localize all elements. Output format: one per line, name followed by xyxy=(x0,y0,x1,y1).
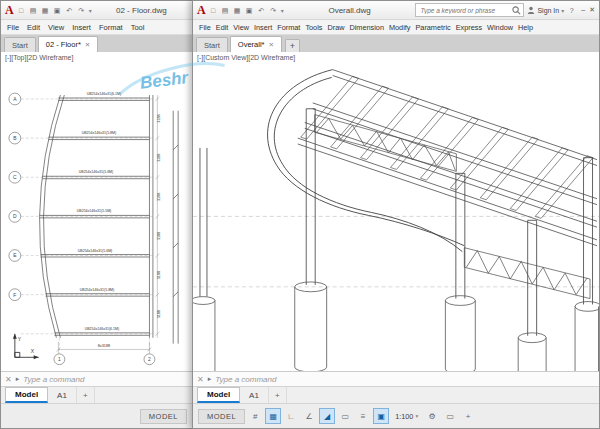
save-icon[interactable]: ▦ xyxy=(41,7,50,14)
polar-tracking-icon[interactable]: ∠ xyxy=(301,408,317,424)
menu-help[interactable]: Help xyxy=(518,23,533,32)
new-file-icon[interactable]: □ xyxy=(17,7,26,14)
open-file-icon[interactable]: ▤ xyxy=(221,7,230,14)
quick-access-caret-icon[interactable]: ▾ xyxy=(281,7,284,14)
command-line[interactable]: ✕ ▸ Type a command xyxy=(193,371,599,386)
menu-view[interactable]: View xyxy=(48,23,64,32)
annotation-scale-dropdown[interactable]: 1:100 ▾ xyxy=(391,412,422,421)
svg-text:1: 1 xyxy=(58,357,61,362)
layout-a1-tab[interactable]: A1 xyxy=(240,387,269,403)
menu-tools[interactable]: Tool xyxy=(131,23,145,32)
new-layout-button[interactable]: + xyxy=(269,387,287,403)
drawing-canvas-overall[interactable]: [-][Custom View][2D Wireframe] xyxy=(193,52,599,371)
bottom-dimension-label: 8x3188 xyxy=(98,344,110,348)
menu-file[interactable]: File xyxy=(7,23,19,32)
clean-screen-icon[interactable]: ▭ xyxy=(442,408,458,424)
undo-icon[interactable]: ↶ xyxy=(257,7,266,14)
isodraft-icon[interactable]: ◢ xyxy=(319,408,335,424)
minimize-icon[interactable]: – xyxy=(581,6,585,14)
close-tab-icon[interactable]: ✕ xyxy=(85,41,90,49)
close-icon[interactable]: ✕ xyxy=(589,6,595,14)
menu-modify[interactable]: Modify xyxy=(389,23,411,32)
tab-start[interactable]: Start xyxy=(196,37,228,52)
model-tab[interactable]: Model xyxy=(197,387,240,403)
ucs-icon xyxy=(13,334,39,359)
tab-start[interactable]: Start xyxy=(4,37,36,52)
new-layout-button[interactable]: + xyxy=(77,387,95,403)
layout-a1-tab[interactable]: A1 xyxy=(48,387,77,403)
model-tab[interactable]: Model xyxy=(5,387,48,403)
menu-edit[interactable]: Edit xyxy=(216,23,229,32)
svg-text:3188: 3188 xyxy=(157,310,161,318)
undo-icon[interactable]: ↶ xyxy=(65,7,74,14)
menu-bar: File Edit View Insert Format Tools Draw … xyxy=(193,20,599,35)
model-space-button[interactable]: MODEL xyxy=(198,409,245,424)
annotation-scale-value: 1:100 xyxy=(395,412,413,421)
save-icon[interactable]: ▦ xyxy=(233,7,242,14)
menu-dimension[interactable]: Dimension xyxy=(349,23,383,32)
sign-in-button[interactable]: Sign In ▾ xyxy=(527,6,564,14)
construction-lines xyxy=(193,216,599,286)
ortho-icon[interactable]: ∟ xyxy=(283,408,299,424)
osnap-icon[interactable]: ▭ xyxy=(337,408,353,424)
autocad-logo-icon[interactable]: A xyxy=(5,4,14,16)
title-bar[interactable]: A □ ▤ ▦ ▣ ↶ ↷ ▾ 02 - Floor.dwg xyxy=(1,1,192,20)
model-space-button[interactable]: MODEL xyxy=(140,409,187,424)
command-line[interactable]: ✕ ▸ Type a command xyxy=(1,371,192,386)
snap-icon[interactable]: ▦ xyxy=(265,408,281,424)
menu-view[interactable]: View xyxy=(233,23,249,32)
desktop: A □ ▤ ▦ ▣ ↶ ↷ ▾ 02 - Floor.dwg File Edit… xyxy=(0,0,600,429)
quick-access-caret-icon[interactable]: ▾ xyxy=(89,7,92,14)
close-command-icon[interactable]: ✕ xyxy=(5,375,12,384)
ucs-labels: X Y xyxy=(18,337,35,355)
menu-draw[interactable]: Draw xyxy=(327,23,344,32)
close-tab-icon[interactable]: ✕ xyxy=(269,41,274,49)
curved-front-beam xyxy=(268,70,465,252)
menu-edit[interactable]: Edit xyxy=(27,23,40,32)
command-prompt[interactable]: Type a command xyxy=(215,375,276,384)
vertical-dimension-labels: 3188 3188 3188 3188 3188 3188 8x3188 xyxy=(98,114,162,348)
customize-icon[interactable]: + xyxy=(460,408,476,424)
drawing-canvas-floor[interactable]: [-][Top][2D Wireframe] A B C D xyxy=(1,52,192,371)
title-bar[interactable]: A □ ▤ ▦ ▣ ↶ ↷ ▾ Overall.dwg Sign In ▾ ? … xyxy=(193,1,599,20)
command-caret-icon: ▸ xyxy=(208,375,212,383)
svg-text:B: B xyxy=(13,136,17,141)
svg-text:C: C xyxy=(13,175,17,180)
menu-parametric[interactable]: Parametric xyxy=(415,23,450,32)
tab-floor-label: 02 - Floor* xyxy=(46,40,81,49)
new-drawing-tab-button[interactable]: + xyxy=(285,39,300,52)
menu-format[interactable]: Format xyxy=(99,23,123,32)
menu-format[interactable]: Format xyxy=(277,23,300,32)
truss-upper-left xyxy=(315,115,457,172)
floor-plan-drawing[interactable]: A B C D E F 1 2 xyxy=(1,52,192,371)
user-icon xyxy=(527,6,535,14)
menu-tools[interactable]: Tools xyxy=(305,23,322,32)
grid-icon[interactable]: # xyxy=(247,408,263,424)
status-bar: MODEL xyxy=(1,403,192,428)
settings-icon[interactable]: ⚙ xyxy=(424,408,440,424)
close-command-icon[interactable]: ✕ xyxy=(197,375,204,384)
menu-insert[interactable]: Insert xyxy=(254,23,272,32)
menu-file[interactable]: File xyxy=(199,23,211,32)
menu-express[interactable]: Express xyxy=(456,23,482,32)
viewport-controls-label[interactable]: [-][Top][2D Wireframe] xyxy=(5,54,73,61)
search-input[interactable] xyxy=(418,4,510,16)
redo-icon[interactable]: ↷ xyxy=(77,7,86,14)
new-file-icon[interactable]: □ xyxy=(209,7,218,14)
lineweight-icon[interactable]: ≡ xyxy=(355,408,371,424)
redo-icon[interactable]: ↷ xyxy=(269,7,278,14)
pergola-3d-drawing[interactable] xyxy=(193,52,599,371)
dynamic-input-icon[interactable]: ▣ xyxy=(373,408,389,424)
autocad-logo-icon[interactable]: A xyxy=(197,4,206,16)
search-icon[interactable] xyxy=(512,6,521,15)
tab-overall-active[interactable]: Overall* ✕ xyxy=(230,36,282,52)
tab-floor-active[interactable]: 02 - Floor* ✕ xyxy=(38,36,98,52)
open-file-icon[interactable]: ▤ xyxy=(29,7,38,14)
print-icon[interactable]: ▣ xyxy=(245,7,254,14)
help-icon[interactable]: ? xyxy=(567,7,576,14)
menu-window[interactable]: Window xyxy=(487,23,513,32)
command-prompt[interactable]: Type a command xyxy=(23,375,84,384)
viewport-controls-label[interactable]: [-][Custom View][2D Wireframe] xyxy=(197,54,295,61)
print-icon[interactable]: ▣ xyxy=(53,7,62,14)
menu-insert[interactable]: Insert xyxy=(72,23,91,32)
